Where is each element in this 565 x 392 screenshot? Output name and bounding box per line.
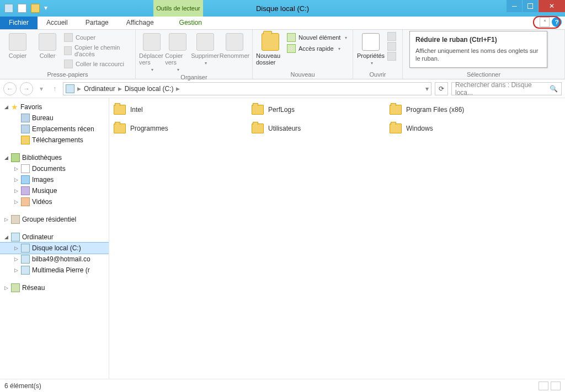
tree-item-images[interactable]: ▷Images	[0, 174, 109, 185]
documents-icon	[21, 164, 30, 173]
contextual-tab-label: Outils de lecteur	[153, 0, 203, 17]
tree-item-downloads[interactable]: Téléchargements	[0, 135, 109, 146]
network-icon	[11, 283, 20, 292]
maximize-button[interactable]	[523, 0, 538, 12]
cut-button[interactable]: Couper	[64, 32, 132, 43]
properties-button[interactable]: Propriétés	[356, 32, 385, 66]
tab-home[interactable]: Accueil	[38, 17, 77, 29]
group-open: Propriétés Ouvrir	[353, 30, 403, 79]
history-icon[interactable]	[387, 52, 396, 61]
easy-access-button[interactable]: Accès rapide	[287, 43, 347, 54]
open-icon[interactable]	[387, 32, 396, 41]
help-button[interactable]: ?	[552, 17, 562, 27]
folder-icon	[252, 105, 264, 115]
tree-network[interactable]: ▷Réseau	[0, 282, 109, 293]
tree-item-recent[interactable]: Emplacements récen	[0, 123, 109, 135]
group-clipboard: Copier Coller Couper Copier le chemin d'…	[0, 30, 136, 79]
group-label: Nouveau	[256, 69, 349, 79]
breadcrumb-item[interactable]: Disque local (C:)	[125, 85, 174, 93]
paste-button[interactable]: Coller	[33, 32, 62, 69]
back-button[interactable]: ←	[3, 82, 17, 95]
copy-path-button[interactable]: Copier le chemin d'accès	[64, 43, 132, 58]
folder-item[interactable]: Windows	[390, 123, 505, 133]
tab-view[interactable]: Affichage	[118, 17, 163, 29]
view-details-button[interactable]	[539, 382, 548, 390]
up-button[interactable]: ↑	[50, 84, 60, 94]
folder-item[interactable]: Utilisateurs	[252, 123, 367, 133]
new-folder-icon[interactable]	[31, 4, 40, 13]
ribbon: Copier Coller Couper Copier le chemin d'…	[0, 30, 565, 79]
search-box[interactable]: Rechercher dans : Disque loca... 🔍	[451, 82, 562, 95]
tab-manage[interactable]: Gestion	[170, 17, 211, 29]
breadcrumb-item[interactable]: Ordinateur	[84, 85, 115, 93]
folder-icon	[252, 123, 264, 133]
window-title: Disque local (C:)	[256, 4, 309, 13]
minimize-button[interactable]	[507, 0, 522, 12]
rename-button[interactable]: Renommer	[220, 32, 249, 72]
navigation-bar: ← → ▾ ↑ ▶ Ordinateur ▶ Disque local (C:)…	[0, 79, 565, 98]
copy-button[interactable]: Copier	[3, 32, 32, 69]
close-button[interactable]	[539, 0, 565, 12]
star-icon: ★	[11, 103, 18, 111]
recent-icon	[21, 125, 30, 133]
group-label: Organiser	[139, 72, 249, 82]
folder-item[interactable]: Intel	[114, 105, 230, 115]
folder-item[interactable]: PerfLogs	[252, 105, 367, 115]
qat-dropdown-icon[interactable]: ▾	[44, 4, 49, 13]
folder-icon	[114, 105, 126, 115]
status-count: 6 élément(s)	[4, 382, 41, 390]
tree-computer[interactable]: ◢Ordinateur	[0, 232, 109, 243]
tooltip-body: Afficher uniquement les noms des onglets…	[415, 47, 541, 63]
libraries-icon	[11, 153, 20, 162]
chevron-right-icon[interactable]: ▶	[116, 86, 124, 92]
tab-file[interactable]: Fichier	[0, 17, 38, 29]
folder-icon	[114, 123, 126, 133]
tree-item-onedrive[interactable]: ▷bilba49@hotmail.co	[0, 254, 109, 265]
drive-icon	[4, 4, 13, 13]
videos-icon	[21, 197, 30, 206]
new-folder-button[interactable]: Nouveau dossier	[256, 32, 285, 66]
group-new: Nouveau dossier Nouvel élément Accès rap…	[253, 30, 353, 79]
chevron-right-icon[interactable]: ▶	[76, 86, 83, 92]
tree-favorites[interactable]: ◢★Favoris	[0, 101, 109, 112]
tree-item-music[interactable]: ▷Musique	[0, 185, 109, 196]
quick-access-toolbar: ▾	[0, 4, 49, 13]
address-bar[interactable]: ▶ Ordinateur ▶ Disque local (C:) ▶ ▾	[63, 82, 431, 95]
view-icons-button[interactable]	[551, 382, 561, 390]
paste-shortcut-button[interactable]: Coller le raccourci	[64, 58, 132, 69]
tree-item-network-drive[interactable]: ▷Multimedia Pierre (r	[0, 265, 109, 276]
tree-homegroup[interactable]: ▷Groupe résidentiel	[0, 214, 109, 225]
status-bar: 6 élément(s)	[0, 379, 565, 392]
copy-to-button[interactable]: Copier vers	[165, 32, 190, 72]
tree-libraries[interactable]: ◢Bibliothèques	[0, 152, 109, 163]
content-area[interactable]: Intel Programmes PerfLogs Utilisateurs P…	[109, 98, 565, 379]
drive-icon	[21, 255, 30, 264]
tree-item-videos[interactable]: ▷Vidéos	[0, 196, 109, 207]
tree-item-desktop[interactable]: Bureau	[0, 112, 109, 123]
group-organize: Déplacer vers Copier vers Supprimer Reno…	[136, 30, 253, 79]
group-label: Sélectionner	[406, 69, 561, 79]
delete-button[interactable]: Supprimer	[191, 32, 219, 72]
ribbon-tabs: Fichier Accueil Partage Affichage Gestio…	[0, 17, 565, 30]
properties-icon[interactable]	[18, 4, 26, 13]
new-item-button[interactable]: Nouvel élément	[287, 32, 347, 43]
chevron-right-icon[interactable]: ▶	[174, 86, 182, 92]
refresh-button[interactable]: ⟳	[435, 82, 448, 95]
title-bar: ▾ Outils de lecteur Disque local (C:)	[0, 0, 565, 17]
drive-icon	[21, 244, 30, 253]
drive-icon	[21, 266, 30, 275]
address-dropdown-icon[interactable]: ▾	[425, 85, 429, 93]
tree-item-local-disk[interactable]: ▷Disque local (C:)	[0, 243, 109, 254]
move-to-button[interactable]: Déplacer vers	[139, 32, 164, 72]
edit-icon[interactable]	[387, 42, 396, 51]
recent-locations-button[interactable]: ▾	[36, 84, 46, 94]
tab-share[interactable]: Partage	[77, 17, 118, 29]
collapse-ribbon-button[interactable]: ˄	[540, 17, 550, 27]
tree-item-documents[interactable]: ▷Documents	[0, 163, 109, 174]
main-body: ◢★Favoris Bureau Emplacements récen Télé…	[0, 98, 565, 379]
group-label: Presse-papiers	[3, 69, 132, 79]
forward-button[interactable]: →	[20, 82, 33, 95]
navigation-tree[interactable]: ◢★Favoris Bureau Emplacements récen Télé…	[0, 98, 109, 379]
folder-item[interactable]: Program Files (x86)	[390, 105, 505, 115]
folder-item[interactable]: Programmes	[114, 123, 230, 133]
